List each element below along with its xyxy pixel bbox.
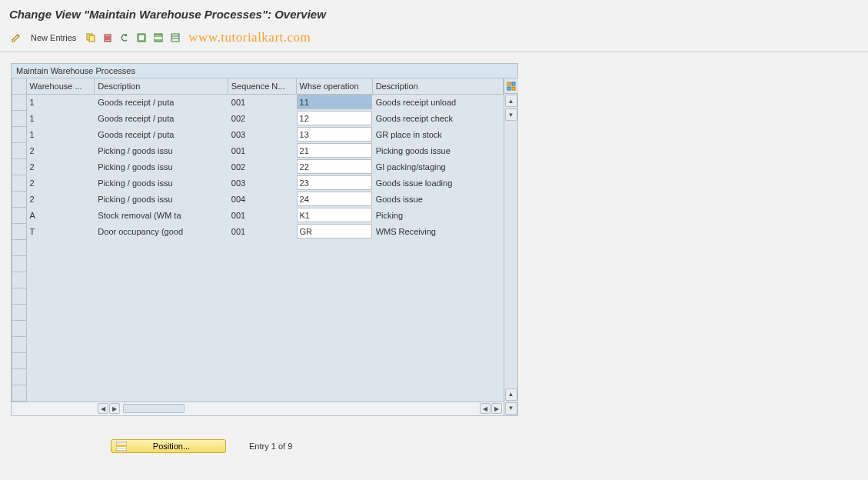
v-scroll-up-btn-2[interactable]: ▲	[505, 388, 517, 401]
h-scroll-left-btn[interactable]: ◀	[98, 403, 108, 414]
position-button[interactable]: Position...	[111, 439, 226, 453]
table-row-empty	[12, 336, 504, 352]
row-select-cell[interactable]	[12, 255, 27, 272]
h-scroll-left-btn-2[interactable]: ◀	[480, 403, 491, 414]
v-scroll-up-btn[interactable]: ▲	[505, 95, 517, 107]
description-cell: Picking / goods issu	[95, 175, 227, 191]
table-panel: Maintain Warehouse Processes	[11, 63, 518, 416]
warehouse-cell: 2	[27, 192, 95, 207]
warehouse-cell: 1	[27, 127, 95, 142]
select-all-icon[interactable]	[135, 31, 148, 45]
row-select-cell[interactable]	[12, 336, 27, 352]
watermark: www.tutorialkart.com	[188, 30, 311, 45]
row-select-cell[interactable]	[12, 239, 27, 255]
row-select-cell[interactable]	[12, 352, 27, 368]
position-label: Position...	[131, 442, 211, 451]
entry-count: Entry 1 of 9	[249, 442, 292, 451]
row-select-cell[interactable]	[12, 288, 27, 304]
row-select-cell[interactable]	[12, 110, 27, 126]
description2-cell: Picking goods issue	[373, 143, 503, 158]
table-row-empty	[12, 368, 504, 385]
table-row-empty	[12, 288, 504, 304]
table-row-empty	[12, 272, 504, 288]
select-block-icon[interactable]	[151, 31, 165, 45]
operation-input[interactable]	[297, 95, 372, 109]
row-select-cell[interactable]	[12, 94, 27, 110]
toggle-edit-icon[interactable]	[9, 31, 23, 45]
operation-input[interactable]	[297, 143, 372, 158]
data-table: Warehouse ... Description Sequence N... …	[12, 78, 504, 402]
copy-icon[interactable]	[84, 31, 98, 45]
new-entries-button[interactable]: New Entries	[26, 32, 81, 44]
operation-input[interactable]	[297, 127, 372, 142]
warehouse-cell: 2	[27, 159, 95, 175]
table-row: 1 Goods receipt / puta 001 Goods receipt…	[12, 94, 504, 110]
row-select-cell[interactable]	[12, 191, 27, 207]
sequence-cell: 002	[228, 111, 296, 126]
col-description2[interactable]: Description	[372, 78, 503, 94]
operation-input[interactable]	[297, 175, 372, 190]
svg-rect-18	[116, 445, 127, 447]
row-select-cell[interactable]	[12, 158, 27, 175]
row-select-cell[interactable]	[12, 320, 27, 336]
operation-input[interactable]	[297, 208, 372, 222]
sequence-cell: 001	[228, 208, 296, 223]
table-row: 2 Picking / goods issu 004 Goods issue	[12, 191, 504, 207]
col-sequence[interactable]: Sequence N...	[228, 78, 296, 94]
description-cell: Door occupancy (good	[95, 224, 227, 239]
footer: Position... Entry 1 of 9	[11, 416, 857, 453]
row-select-cell[interactable]	[12, 175, 27, 191]
operation-input[interactable]	[297, 159, 372, 174]
table-row-empty	[12, 352, 504, 368]
description2-cell: Goods receipt check	[373, 111, 503, 126]
sequence-cell: 001	[228, 95, 296, 110]
deselect-all-icon[interactable]	[168, 31, 182, 45]
h-scroll-right-btn-2[interactable]: ▶	[491, 403, 502, 414]
svg-rect-15	[507, 87, 510, 90]
description2-cell: GR place in stock	[373, 127, 503, 142]
description-cell: Goods receipt / puta	[95, 127, 227, 142]
col-description[interactable]: Description	[95, 78, 228, 94]
delete-icon[interactable]	[101, 31, 115, 45]
row-select-cell[interactable]	[12, 126, 27, 142]
description-cell: Picking / goods issu	[95, 192, 227, 207]
toolbar: New Entries www.tutorialkart.com	[0, 27, 868, 52]
row-select-header[interactable]	[12, 78, 27, 94]
operation-input[interactable]	[297, 111, 372, 125]
table-row: 2 Picking / goods issu 003 Goods issue l…	[12, 175, 504, 191]
row-select-cell[interactable]	[12, 368, 27, 385]
warehouse-cell: A	[27, 208, 95, 223]
col-operation[interactable]: Whse operation	[296, 78, 372, 94]
row-select-cell[interactable]	[12, 142, 27, 158]
h-scroll-thumb[interactable]	[123, 404, 185, 413]
h-scroll-right-btn[interactable]: ▶	[109, 403, 120, 414]
table-row: T Door occupancy (good 001 WMS Receiving	[12, 223, 504, 239]
table-config-icon[interactable]	[504, 78, 518, 94]
sequence-cell: 004	[228, 192, 296, 207]
svg-rect-1	[89, 35, 95, 42]
svg-rect-7	[139, 35, 144, 40]
h-scroll-track[interactable]	[123, 404, 477, 413]
v-scroll-down-btn[interactable]: ▼	[505, 108, 517, 121]
operation-input[interactable]	[297, 192, 372, 206]
description-cell: Goods receipt / puta	[95, 95, 227, 110]
position-icon	[116, 442, 127, 451]
warehouse-cell: 1	[27, 111, 95, 126]
description-cell: Picking / goods issu	[95, 143, 227, 158]
description2-cell: Goods receipt unload	[373, 95, 503, 110]
undo-icon[interactable]	[118, 31, 131, 45]
v-scroll-down-btn-2[interactable]: ▼	[505, 402, 517, 415]
warehouse-cell: 2	[27, 143, 95, 158]
sequence-cell: 001	[228, 143, 296, 158]
row-select-cell[interactable]	[12, 272, 27, 288]
operation-input[interactable]	[297, 224, 372, 238]
col-warehouse[interactable]: Warehouse ...	[26, 78, 95, 94]
row-select-cell[interactable]	[12, 207, 27, 223]
row-select-cell[interactable]	[12, 223, 27, 239]
warehouse-cell: 1	[27, 95, 95, 110]
table-row-empty	[12, 385, 504, 401]
row-select-cell[interactable]	[12, 385, 27, 401]
table-row-empty	[12, 304, 504, 320]
row-select-cell[interactable]	[12, 304, 27, 320]
table-row-empty	[12, 320, 504, 336]
